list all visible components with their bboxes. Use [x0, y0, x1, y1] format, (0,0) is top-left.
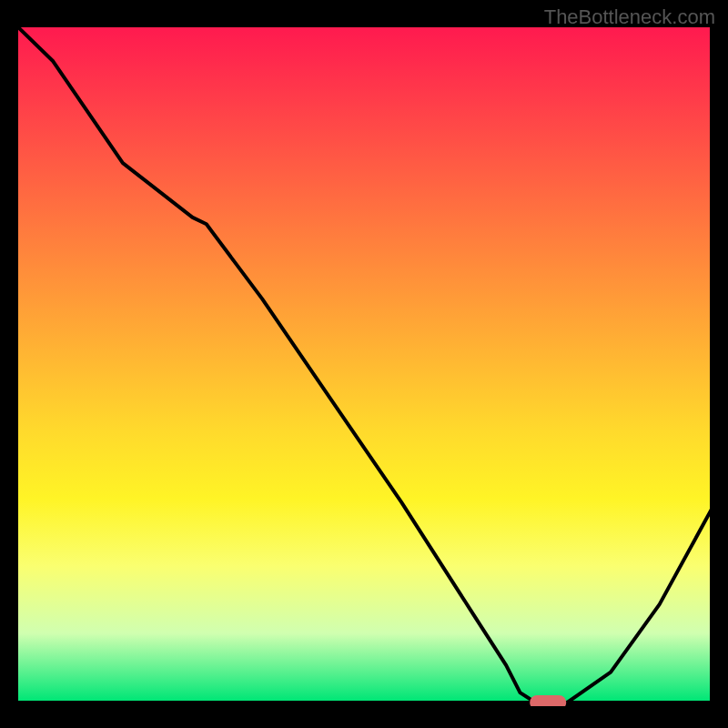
- chart-container: TheBottleneck.com: [0, 0, 728, 728]
- watermark-text: TheBottleneck.com: [544, 5, 715, 29]
- bottleneck-curve-path: [18, 27, 715, 706]
- curve-overlay: [18, 27, 715, 706]
- optimal-marker: [530, 695, 566, 706]
